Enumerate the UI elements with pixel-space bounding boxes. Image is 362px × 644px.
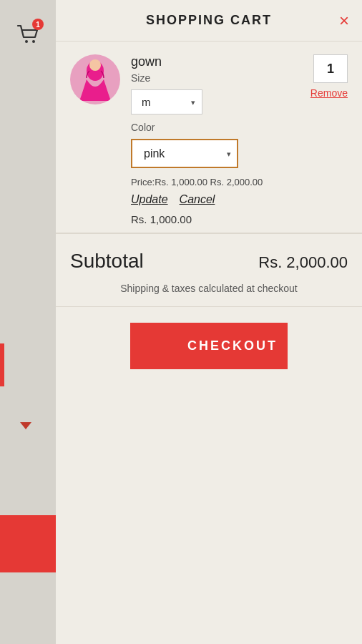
subtotal-section: Subtotal Rs. 2,000.00 Shipping & taxes c… [56,234,362,307]
quantity-box[interactable]: 1 [313,54,348,83]
product-image-svg [74,58,117,101]
color-select-wrapper[interactable]: pink red blue green black ▾ [131,139,238,168]
cancel-button[interactable]: Cancel [180,193,215,206]
sidebar-dropdown-arrow [20,422,31,429]
checkout-section: CHECKOUT [56,307,362,385]
shopping-cart-modal: SHOPPING CART × gown Size xs s m [56,0,362,644]
sidebar: 1 [0,0,56,644]
action-links: Update Cancel [131,193,348,206]
subtotal-row: Subtotal Rs. 2,000.00 [70,250,348,273]
modal-title: SHOPPING CART [146,13,272,28]
price-text: Price:Rs. 1,000.00 Rs. 2,000.00 [131,177,348,187]
product-image [70,54,120,104]
sidebar-bottom-box [0,515,56,572]
checkout-button[interactable]: CHECKOUT [130,323,288,369]
svg-point-0 [25,40,28,43]
color-label: Color [131,122,348,133]
color-select[interactable]: pink red blue green black [131,139,238,168]
modal-header: SHOPPING CART × [56,0,362,42]
shipping-note: Shipping & taxes calculated at checkout [70,281,348,296]
item-price: Rs. 1,000.00 [131,213,348,225]
subtotal-label: Subtotal [70,250,144,273]
cart-badge: 1 [32,19,44,30]
remove-button[interactable]: Remove [310,87,348,99]
close-button[interactable]: × [339,12,349,29]
size-select-wrapper[interactable]: xs s m l xl ▾ [131,89,202,114]
subtotal-amount: Rs. 2,000.00 [258,253,348,272]
svg-point-1 [32,40,35,43]
cart-icon-wrapper[interactable]: 1 [15,21,41,50]
update-button[interactable]: Update [131,193,168,206]
svg-point-3 [89,59,101,71]
sidebar-accent [0,343,4,386]
size-select[interactable]: xs s m l xl [131,89,202,114]
cart-item: gown Size xs s m l xl ▾ Color pink red b… [56,42,362,233]
